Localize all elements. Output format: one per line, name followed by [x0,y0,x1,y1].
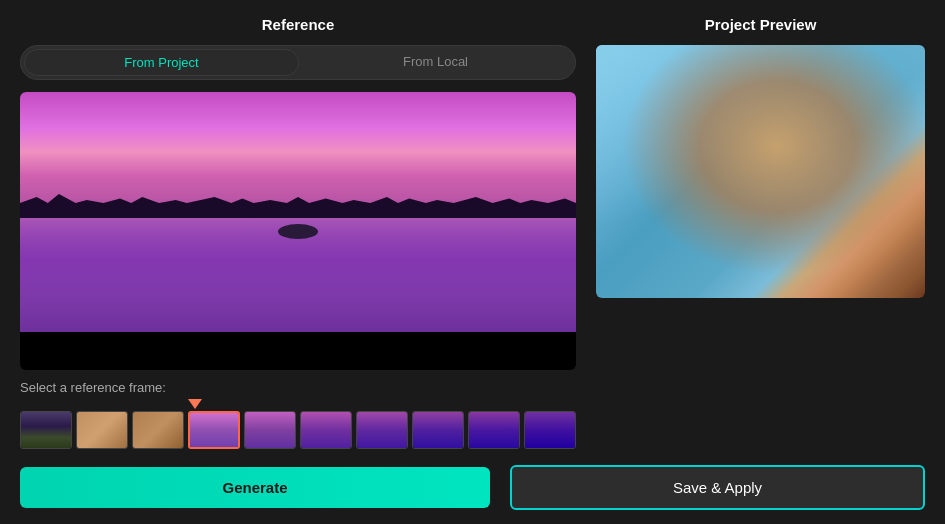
right-panel-bottom: Save & Apply [510,465,925,510]
main-container: Reference From Project From Local Select… [0,0,945,453]
film-thumb-9-img [469,412,519,448]
film-thumb-6[interactable] [300,411,352,449]
film-thumb-4-img [190,413,238,447]
film-thumb-8-img [413,412,463,448]
film-thumb-1-img [21,412,71,448]
select-reference-label: Select a reference frame: [20,380,576,395]
right-panel: Project Preview [596,16,925,453]
generate-button[interactable]: Generate [20,467,490,508]
film-thumb-2[interactable] [76,411,128,449]
project-preview-image [596,45,925,298]
reference-image-container [20,92,576,370]
reference-title: Reference [20,16,576,33]
tab-bar: From Project From Local [20,45,576,80]
film-thumb-7-img [357,412,407,448]
bottom-bar: Generate Save & Apply [0,453,945,524]
tab-from-local[interactable]: From Local [299,49,572,76]
film-thumb-2-img [77,412,127,448]
film-thumb-3[interactable] [132,411,184,449]
save-apply-button[interactable]: Save & Apply [510,465,925,510]
film-thumb-5-img [245,412,295,448]
film-thumb-10-img [525,412,575,448]
film-thumb-9[interactable] [468,411,520,449]
filmstrip [20,407,576,453]
film-thumb-3-img [133,412,183,448]
film-thumb-8[interactable] [412,411,464,449]
film-thumb-5[interactable] [244,411,296,449]
film-thumb-4[interactable] [188,411,240,449]
film-thumb-1[interactable] [20,411,72,449]
reference-image [20,92,576,332]
film-thumb-10[interactable] [524,411,576,449]
trees-silhouette [20,188,576,218]
film-marker [188,399,202,409]
woman-portrait [596,45,925,298]
film-thumb-7[interactable] [356,411,408,449]
project-preview-title: Project Preview [596,16,925,33]
left-panel: Reference From Project From Local Select… [20,16,576,453]
tab-from-project[interactable]: From Project [24,49,299,76]
film-thumb-6-img [301,412,351,448]
